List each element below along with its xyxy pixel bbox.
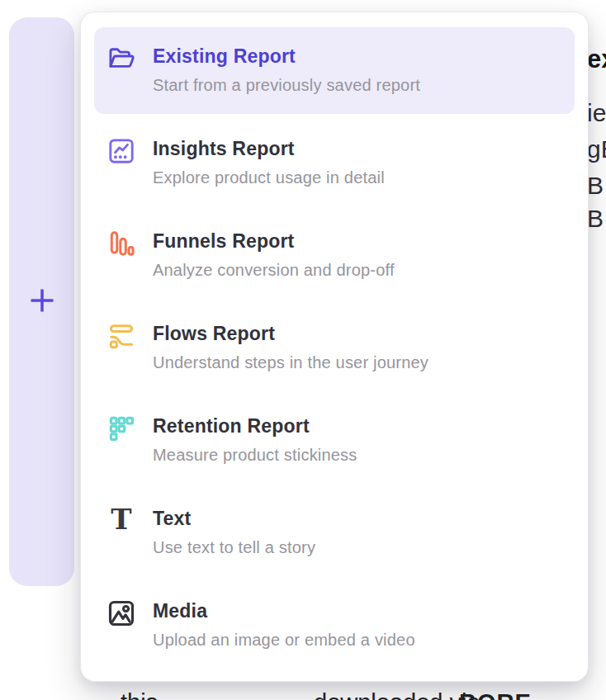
insights-chart-icon — [107, 136, 136, 166]
funnel-bars-icon — [107, 229, 136, 258]
menu-item-media[interactable]: Media Upload an image or embed a video — [94, 582, 575, 669]
menu-item-description: Upload an image or embed a video — [153, 631, 415, 649]
menu-item-description: Start from a previously saved report — [153, 76, 420, 94]
menu-item-description: Analyze conversion and drop-off — [153, 261, 395, 279]
dashboard-add-sidebar — [9, 17, 74, 586]
menu-item-description: Use text to tell a story — [153, 538, 315, 556]
menu-item-title: Insights Report — [153, 138, 385, 159]
background-text-fragment: gB — [587, 137, 606, 162]
menu-item-flows-report[interactable]: Flows Report Understand steps in the use… — [94, 305, 575, 391]
menu-item-retention-report[interactable]: Retention Report Measure product stickin… — [94, 397, 575, 484]
menu-item-title: Funnels Report — [153, 230, 395, 252]
menu-item-description: Measure product stickiness — [153, 446, 357, 464]
retention-grid-icon — [107, 414, 136, 443]
background-text-fragment: BORE — [459, 691, 532, 700]
menu-item-insights-report[interactable]: Insights Report Explore product usage in… — [94, 120, 575, 206]
background-text-fragment: B — [587, 173, 604, 198]
flow-steps-icon — [107, 321, 136, 351]
add-card-button[interactable] — [27, 287, 57, 317]
background-text-fragment: ie — [587, 101, 606, 125]
menu-item-title: Retention Report — [153, 415, 357, 437]
text-serif-icon: T — [107, 506, 136, 536]
background-text-fragment: ex — [587, 46, 606, 72]
plus-icon — [28, 286, 56, 317]
menu-item-title: Media — [153, 600, 415, 622]
menu-item-description: Understand steps in the user journey — [153, 353, 428, 371]
add-report-menu: Existing Report Start from a previously … — [80, 12, 589, 682]
media-image-icon — [107, 598, 136, 628]
menu-item-description: Explore product usage in detail — [153, 168, 385, 187]
background-text-fragment: downloaded via — [314, 691, 481, 700]
menu-item-text[interactable]: T Text Use text to tell a story — [94, 490, 575, 576]
menu-item-title: Flows Report — [153, 323, 428, 344]
folder-open-icon — [107, 44, 136, 73]
report-type-menu: Existing Report Start from a previously … — [94, 27, 575, 669]
background-text-fragment: B — [587, 206, 604, 231]
menu-item-title: Text — [153, 508, 315, 529]
background-text-fragment: this — [121, 691, 158, 700]
menu-item-title: Existing Report — [153, 45, 420, 67]
menu-item-existing-report[interactable]: Existing Report Start from a previously … — [94, 27, 575, 114]
menu-item-funnels-report[interactable]: Funnels Report Analyze conversion and dr… — [94, 212, 575, 299]
